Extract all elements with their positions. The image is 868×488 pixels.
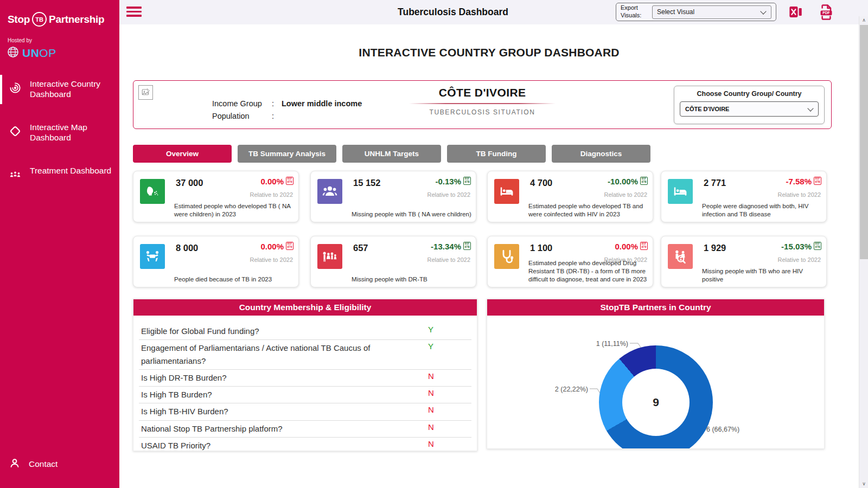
kpi-note: Relative to 2022 xyxy=(604,191,648,198)
kpi-delta: -13.34% 01F87B xyxy=(431,242,471,251)
tab-tb-funding[interactable]: TB Funding xyxy=(447,145,546,163)
sidebar-item-contact[interactable]: Contact xyxy=(0,452,119,476)
answer-value: N xyxy=(428,403,471,416)
table-row: Is High TB-HIV Burden? N xyxy=(139,403,471,420)
patient-bed-icon xyxy=(668,179,693,204)
answer-value: N xyxy=(428,421,471,434)
logo-tb-circle-icon: TB xyxy=(32,12,47,27)
kpi-value: 8 000 xyxy=(176,243,198,253)
kpi-delta: 0.00% 01F879 xyxy=(260,242,293,251)
missing-glyph-arrow-icon: 01F879 xyxy=(286,242,293,250)
country-chooser-value: CÔTE D'IVOIRE xyxy=(685,106,729,112)
tab-unhlm-targets[interactable]: UNHLM Targets xyxy=(342,145,441,163)
unops-wordmark: UNOP xyxy=(22,47,56,60)
chevron-down-icon xyxy=(760,8,766,14)
income-group-value: Lower middle income xyxy=(282,99,362,108)
sidebar: Stop TB Partnership Hosted by UNOP Inter… xyxy=(0,0,119,488)
answer-value: N xyxy=(428,438,471,451)
kpi-description: Estimated people who developed Drug Resi… xyxy=(528,259,648,283)
kpi-description: Estimated people who developed TB and we… xyxy=(528,202,648,218)
kpi-delta: -0.13% 01F87B xyxy=(435,177,471,186)
missing-glyph-arrow-icon: 01F879 xyxy=(640,242,648,250)
kpi-note: Relative to 2022 xyxy=(427,191,471,198)
scrollbar-thumb[interactable] xyxy=(860,25,868,259)
map-compass-icon xyxy=(8,124,22,140)
kpi-description: Missing people with TB ( NA were childre… xyxy=(352,210,471,218)
scroll-down-arrow-icon[interactable]: ∨ xyxy=(859,480,868,488)
missing-glyph-arrow-icon: 01F87B xyxy=(814,177,821,185)
sidebar-item-interactive-map-dashboard[interactable]: Interactive Map Dashboard xyxy=(0,116,119,150)
kpi-note: Relative to 2022 xyxy=(778,256,821,263)
sidebar-item-treatment-dashboard[interactable]: Treatment Dashboard xyxy=(0,159,119,190)
kpi-description: Missing people with DR-TB xyxy=(352,275,471,283)
country-meta: Income Group : Lower middle income Popul… xyxy=(212,99,362,124)
kpi-card-tb-deaths: 8 000 0.00% 01F879 Relative to 2022 Peop… xyxy=(133,236,299,287)
divider xyxy=(409,103,556,104)
hosted-by-label: Hosted by xyxy=(0,27,119,43)
country-title-block: CÔTE D'IVOIRE TUBERCULOSIS SITUATION xyxy=(368,86,596,116)
sidebar-item-label: Interactive Country Dashboard xyxy=(30,79,114,100)
page-title: INTERACTIVE COUNTRY GROUP DASHBOARD xyxy=(119,46,859,59)
broken-image-icon xyxy=(138,85,153,100)
select-visual-dropdown[interactable]: Select Visual xyxy=(652,5,771,19)
income-group-label: Income Group xyxy=(212,99,272,108)
kpi-value: 15 152 xyxy=(353,178,380,188)
select-visual-value: Select Visual xyxy=(657,8,694,16)
svg-text:PDF: PDF xyxy=(822,11,829,15)
kpi-value: 657 xyxy=(353,243,368,253)
kpi-note: Relative to 2022 xyxy=(427,256,471,263)
tab-diagnostics[interactable]: Diagnostics xyxy=(552,145,650,163)
coughing-person-icon xyxy=(140,179,165,204)
sidebar-nav: Interactive Country Dashboard Interactiv… xyxy=(0,73,119,190)
chevron-down-icon xyxy=(807,105,813,111)
vertical-scrollbar[interactable]: ∧ ∨ xyxy=(859,16,868,488)
country-chooser-dropdown[interactable]: CÔTE D'IVOIRE xyxy=(680,101,819,117)
kpi-value: 4 700 xyxy=(530,178,552,188)
tab-tb-summary-analysis[interactable]: TB Summary Analysis xyxy=(238,145,336,163)
kpi-delta: -7.58% 01F87B xyxy=(786,177,821,186)
kpi-description: Missing people with TB who are HIV posit… xyxy=(702,267,822,283)
export-pdf-button[interactable]: PDF xyxy=(818,3,834,23)
app-window: Stop TB Partnership Hosted by UNOP Inter… xyxy=(0,0,868,488)
family-icon xyxy=(317,244,342,269)
topbar: Tuberculosis Dashboard Export Visuals: S… xyxy=(119,0,868,24)
kpi-delta: -15.03% 01F87B xyxy=(781,242,821,251)
country-chooser-slicer: Choose Country Group/ Country CÔTE D'IVO… xyxy=(674,86,825,124)
sidebar-item-interactive-country-dashboard[interactable]: Interactive Country Dashboard xyxy=(0,73,119,106)
export-visuals-label: Export Visuals: xyxy=(616,4,651,20)
country-chooser-label: Choose Country Group/ Country xyxy=(674,90,824,98)
logo-stop-text: Stop xyxy=(8,14,30,25)
missing-glyph-arrow-icon: 01F87B xyxy=(463,177,471,185)
answer-value: N xyxy=(428,387,471,400)
kpi-description: People died because of TB in 2023 xyxy=(174,275,294,283)
slice-label-2: 2 (22,22%) xyxy=(507,386,588,393)
kpi-card-estimated-tb: 37 000 0.00% 01F879 Relative to 2022 Est… xyxy=(133,171,299,222)
donut-center-total: 9 xyxy=(599,345,713,449)
kpi-card-missing-drtb: 657 -13.34% 01F87B Relative to 2022 Miss… xyxy=(310,236,476,287)
membership-panel-title: Country Membership & Eligibility xyxy=(133,299,477,316)
person-outline-icon xyxy=(8,457,21,472)
donut-chart: 9 1 (11,11%) 2 (22,22%) 6 (66,67%) xyxy=(487,316,824,449)
export-excel-button[interactable] xyxy=(788,4,804,22)
missing-glyph-arrow-icon: 01F87B xyxy=(640,177,648,185)
kpi-note: Relative to 2022 xyxy=(250,256,293,263)
kpi-delta: 0.00% 01F879 xyxy=(260,177,293,186)
kpi-value: 37 000 xyxy=(176,178,203,188)
answer-value: Y xyxy=(428,340,471,353)
carrying-coffin-icon xyxy=(140,244,165,269)
answer-value: N xyxy=(428,370,471,383)
partners-panel: StopTB Partners in Country 9 1 (11,11%) … xyxy=(487,299,825,449)
kpi-note: Relative to 2022 xyxy=(250,191,293,198)
tab-overview[interactable]: Overview xyxy=(133,145,232,163)
un-globe-icon xyxy=(7,46,20,61)
kpi-delta: 0.00% 01F879 xyxy=(615,242,648,251)
kpi-description: People were diagnosed with both, HIV inf… xyxy=(702,202,822,218)
scroll-up-arrow-icon[interactable]: ∧ xyxy=(859,16,868,24)
country-subtitle: TUBERCULOSIS SITUATION xyxy=(368,108,596,116)
answer-value: Y xyxy=(428,323,471,336)
table-row: USAID TB Priority? N xyxy=(139,438,471,451)
partners-panel-title: StopTB Partners in Country xyxy=(487,299,824,316)
radar-rings-icon xyxy=(8,81,22,97)
sidebar-item-label: Treatment Dashboard xyxy=(30,166,111,176)
kpi-card-drtb-estimated: 1 100 0.00% 01F879 Relative to 2022 Esti… xyxy=(487,236,653,287)
